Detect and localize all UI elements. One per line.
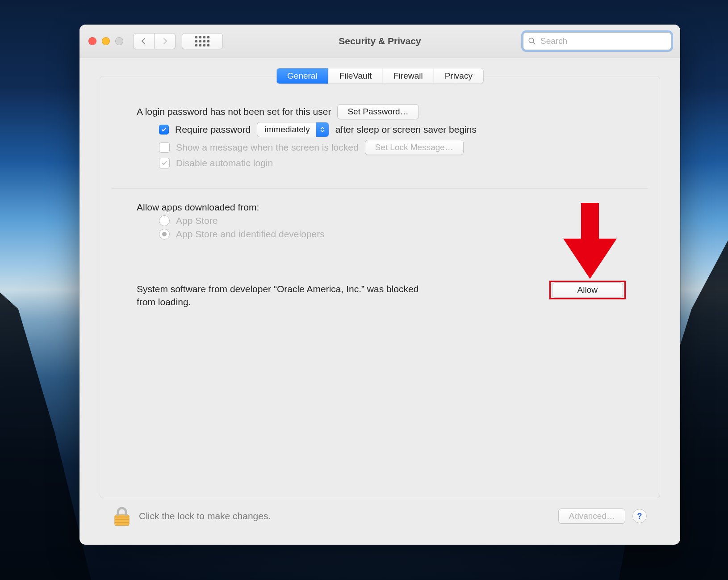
- chevron-left-icon: [140, 38, 147, 45]
- grid-icon: [195, 36, 209, 46]
- tab-firewall[interactable]: Firewall: [383, 68, 434, 84]
- checkmark-icon: [161, 126, 167, 133]
- require-password-row: Require password immediately after sleep…: [137, 122, 623, 137]
- window-toolbar: Security & Privacy: [79, 25, 680, 58]
- show-all-button[interactable]: [182, 33, 223, 49]
- select-stepper: [316, 122, 329, 137]
- app-store-identified-option-label: App Store and identified developers: [176, 229, 325, 240]
- app-store-identified-radio[interactable]: [159, 229, 170, 240]
- tab-general[interactable]: General: [276, 68, 329, 84]
- svg-rect-5: [115, 522, 129, 523]
- general-card: General FileVault Firewall Privacy A log…: [100, 76, 660, 498]
- app-store-identified-option-row: App Store and identified developers: [137, 229, 623, 240]
- toolbar-search[interactable]: [523, 32, 671, 50]
- svg-rect-4: [115, 519, 129, 520]
- lock-icon[interactable]: [113, 506, 131, 526]
- disable-auto-login-label: Disable automatic login: [176, 158, 273, 168]
- tab-filevault[interactable]: FileVault: [329, 68, 383, 84]
- help-button[interactable]: ?: [632, 509, 647, 523]
- allow-apps-heading-row: Allow apps downloaded from:: [137, 202, 623, 213]
- require-password-label-left: Require password: [175, 124, 251, 135]
- search-input[interactable]: [540, 36, 666, 46]
- window-minimize-button[interactable]: [102, 37, 110, 45]
- allow-button[interactable]: Allow: [552, 282, 623, 298]
- login-password-notice: A login password has not been set for th…: [137, 106, 331, 117]
- allow-button-wrap: Allow: [552, 282, 623, 298]
- svg-line-1: [533, 42, 535, 44]
- divider: [112, 188, 648, 189]
- chevron-right-icon: [161, 38, 168, 45]
- disable-auto-login-checkbox[interactable]: [159, 158, 170, 168]
- app-store-option-row: App Store: [137, 215, 623, 226]
- preferences-window: Security & Privacy General FileVault Fir…: [79, 25, 680, 545]
- app-store-radio[interactable]: [159, 215, 170, 226]
- require-password-label-right: after sleep or screen saver begins: [335, 124, 477, 135]
- require-password-delay-select[interactable]: immediately: [257, 122, 329, 137]
- app-store-option-label: App Store: [176, 215, 218, 226]
- show-message-label: Show a message when the screen is locked: [176, 142, 359, 153]
- desktop-wallpaper: Security & Privacy General FileVault Fir…: [0, 0, 728, 580]
- tab-privacy[interactable]: Privacy: [434, 68, 483, 84]
- lock-hint: Click the lock to make changes.: [139, 511, 271, 521]
- window-zoom-button[interactable]: [115, 37, 123, 45]
- search-icon: [528, 37, 536, 45]
- gatekeeper-section: Allow apps downloaded from: App Store Ap…: [100, 202, 660, 240]
- tab-bar: General FileVault Firewall Privacy: [276, 68, 484, 84]
- show-message-row: Show a message when the screen is locked…: [137, 140, 623, 155]
- require-password-checkbox[interactable]: [159, 125, 169, 134]
- svg-rect-3: [115, 517, 129, 517]
- window-close-button[interactable]: [88, 37, 96, 45]
- set-password-button[interactable]: Set Password…: [337, 104, 418, 119]
- show-message-checkbox[interactable]: [159, 142, 170, 153]
- disable-auto-login-row: Disable automatic login: [137, 158, 623, 168]
- set-lock-message-button[interactable]: Set Lock Message…: [365, 140, 464, 155]
- window-content: General FileVault Firewall Privacy A log…: [79, 58, 680, 545]
- login-password-row: A login password has not been set for th…: [137, 104, 623, 119]
- allow-apps-heading: Allow apps downloaded from:: [137, 202, 259, 213]
- forward-button[interactable]: [155, 33, 176, 49]
- advanced-button[interactable]: Advanced…: [558, 509, 625, 524]
- window-footer: Click the lock to make changes. Advanced…: [100, 498, 660, 534]
- general-inner: A login password has not been set for th…: [100, 76, 660, 168]
- blocked-software-row: System software from developer “Oracle A…: [100, 282, 660, 309]
- require-password-delay-value: immediately: [257, 125, 316, 134]
- back-button[interactable]: [133, 33, 155, 49]
- chevron-down-icon: [320, 130, 325, 132]
- blocked-software-message: System software from developer “Oracle A…: [137, 282, 423, 309]
- checkmark-icon: [161, 160, 167, 166]
- window-traffic-lights: [88, 37, 123, 45]
- toolbar-nav-group: [133, 33, 176, 49]
